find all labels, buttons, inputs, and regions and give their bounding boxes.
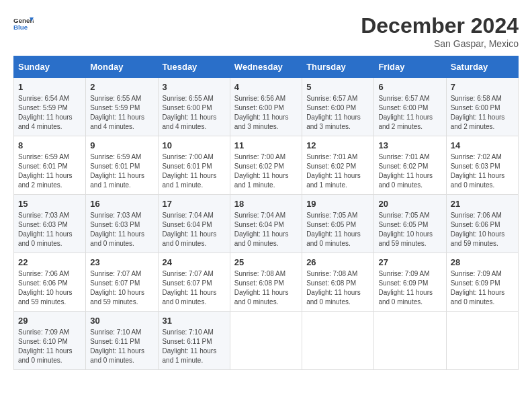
day-number: 10 — [163, 140, 226, 150]
day-number: 22 — [18, 257, 81, 267]
day-number: 4 — [234, 82, 298, 92]
day-info: Sunrise: 7:00 AMSunset: 6:02 PMDaylight:… — [234, 153, 289, 189]
day-info: Sunrise: 7:08 AMSunset: 6:08 PMDaylight:… — [306, 270, 361, 306]
day-info: Sunrise: 6:54 AMSunset: 5:59 PMDaylight:… — [18, 95, 73, 130]
day-info: Sunrise: 7:06 AMSunset: 6:06 PMDaylight:… — [18, 270, 73, 306]
empty-cell — [446, 312, 518, 370]
col-thursday: Thursday — [302, 56, 374, 78]
table-row: 23 Sunrise: 7:07 AMSunset: 6:07 PMDaylig… — [86, 253, 158, 312]
col-saturday: Saturday — [446, 56, 518, 78]
day-number: 24 — [163, 257, 226, 267]
day-info: Sunrise: 7:09 AMSunset: 6:09 PMDaylight:… — [378, 270, 433, 306]
empty-cell — [230, 312, 302, 370]
day-number: 21 — [451, 199, 514, 209]
table-row: 24 Sunrise: 7:07 AMSunset: 6:07 PMDaylig… — [158, 253, 230, 312]
day-number: 1 — [18, 82, 81, 92]
day-number: 8 — [18, 140, 81, 150]
calendar-table: Sunday Monday Tuesday Wednesday Thursday… — [13, 56, 519, 370]
day-number: 11 — [234, 140, 298, 150]
day-number: 18 — [234, 199, 298, 209]
table-row: 3 Sunrise: 6:55 AMSunset: 6:00 PMDayligh… — [158, 78, 230, 136]
day-number: 3 — [163, 82, 226, 92]
table-row: 14 Sunrise: 7:02 AMSunset: 6:03 PMDaylig… — [446, 136, 518, 195]
table-row: 26 Sunrise: 7:08 AMSunset: 6:08 PMDaylig… — [302, 253, 374, 312]
day-info: Sunrise: 7:04 AMSunset: 6:04 PMDaylight:… — [163, 212, 217, 247]
day-info: Sunrise: 7:05 AMSunset: 6:05 PMDaylight:… — [378, 212, 433, 247]
day-number: 13 — [378, 140, 441, 150]
day-info: Sunrise: 7:10 AMSunset: 6:11 PMDaylight:… — [90, 328, 144, 364]
col-tuesday: Tuesday — [158, 56, 230, 78]
page-header: General Blue December 2024 San Gaspar, M… — [13, 13, 519, 49]
day-number: 15 — [18, 199, 81, 209]
calendar-week-row: 1 Sunrise: 6:54 AMSunset: 5:59 PMDayligh… — [14, 78, 519, 136]
table-row: 30 Sunrise: 7:10 AMSunset: 6:11 PMDaylig… — [86, 312, 158, 370]
day-number: 14 — [451, 140, 514, 150]
day-info: Sunrise: 7:03 AMSunset: 6:03 PMDaylight:… — [18, 212, 73, 247]
day-number: 28 — [451, 257, 514, 267]
table-row: 12 Sunrise: 7:01 AMSunset: 6:02 PMDaylig… — [302, 136, 374, 195]
table-row: 16 Sunrise: 7:03 AMSunset: 6:03 PMDaylig… — [86, 195, 158, 253]
svg-text:Blue: Blue — [13, 24, 28, 31]
logo-icon: General Blue — [13, 13, 34, 34]
day-info: Sunrise: 6:57 AMSunset: 6:00 PMDaylight:… — [378, 95, 433, 130]
day-info: Sunrise: 7:07 AMSunset: 6:07 PMDaylight:… — [90, 270, 144, 306]
calendar-week-row: 29 Sunrise: 7:09 AMSunset: 6:10 PMDaylig… — [14, 312, 519, 370]
table-row: 7 Sunrise: 6:58 AMSunset: 6:00 PMDayligh… — [446, 78, 518, 136]
col-wednesday: Wednesday — [230, 56, 302, 78]
day-info: Sunrise: 7:10 AMSunset: 6:11 PMDaylight:… — [163, 328, 217, 364]
table-row: 29 Sunrise: 7:09 AMSunset: 6:10 PMDaylig… — [14, 312, 86, 370]
table-row: 4 Sunrise: 6:56 AMSunset: 6:00 PMDayligh… — [230, 78, 302, 136]
day-number: 26 — [306, 257, 369, 267]
month-title: December 2024 — [361, 13, 519, 38]
day-info: Sunrise: 6:55 AMSunset: 5:59 PMDaylight:… — [90, 95, 144, 130]
day-info: Sunrise: 7:04 AMSunset: 6:04 PMDaylight:… — [234, 212, 289, 247]
empty-cell — [302, 312, 374, 370]
day-number: 12 — [306, 140, 369, 150]
day-number: 2 — [90, 82, 153, 92]
day-info: Sunrise: 6:59 AMSunset: 6:01 PMDaylight:… — [90, 153, 144, 189]
day-number: 30 — [90, 316, 153, 326]
day-number: 7 — [451, 82, 514, 92]
day-info: Sunrise: 6:58 AMSunset: 6:00 PMDaylight:… — [451, 95, 505, 130]
title-block: December 2024 San Gaspar, Mexico — [361, 13, 519, 49]
day-number: 16 — [90, 199, 153, 209]
day-number: 9 — [90, 140, 153, 150]
calendar-week-row: 15 Sunrise: 7:03 AMSunset: 6:03 PMDaylig… — [14, 195, 519, 253]
table-row: 31 Sunrise: 7:10 AMSunset: 6:11 PMDaylig… — [158, 312, 230, 370]
table-row: 27 Sunrise: 7:09 AMSunset: 6:09 PMDaylig… — [374, 253, 446, 312]
day-info: Sunrise: 7:01 AMSunset: 6:02 PMDaylight:… — [306, 153, 361, 189]
table-row: 13 Sunrise: 7:01 AMSunset: 6:02 PMDaylig… — [374, 136, 446, 195]
table-row: 25 Sunrise: 7:08 AMSunset: 6:08 PMDaylig… — [230, 253, 302, 312]
table-row: 11 Sunrise: 7:00 AMSunset: 6:02 PMDaylig… — [230, 136, 302, 195]
day-info: Sunrise: 7:09 AMSunset: 6:09 PMDaylight:… — [451, 270, 505, 306]
day-info: Sunrise: 7:09 AMSunset: 6:10 PMDaylight:… — [18, 328, 73, 364]
day-info: Sunrise: 6:55 AMSunset: 6:00 PMDaylight:… — [163, 95, 217, 130]
col-sunday: Sunday — [14, 56, 86, 78]
header-row: Sunday Monday Tuesday Wednesday Thursday… — [14, 56, 519, 78]
location: San Gaspar, Mexico — [361, 38, 519, 49]
day-number: 23 — [90, 257, 153, 267]
table-row: 15 Sunrise: 7:03 AMSunset: 6:03 PMDaylig… — [14, 195, 86, 253]
day-number: 25 — [234, 257, 298, 267]
day-info: Sunrise: 7:01 AMSunset: 6:02 PMDaylight:… — [378, 153, 433, 189]
day-number: 20 — [378, 199, 441, 209]
day-info: Sunrise: 7:07 AMSunset: 6:07 PMDaylight:… — [163, 270, 217, 306]
table-row: 21 Sunrise: 7:06 AMSunset: 6:06 PMDaylig… — [446, 195, 518, 253]
table-row: 28 Sunrise: 7:09 AMSunset: 6:09 PMDaylig… — [446, 253, 518, 312]
table-row: 9 Sunrise: 6:59 AMSunset: 6:01 PMDayligh… — [86, 136, 158, 195]
day-info: Sunrise: 7:02 AMSunset: 6:03 PMDaylight:… — [451, 153, 505, 189]
table-row: 2 Sunrise: 6:55 AMSunset: 5:59 PMDayligh… — [86, 78, 158, 136]
calendar-week-row: 22 Sunrise: 7:06 AMSunset: 6:06 PMDaylig… — [14, 253, 519, 312]
day-number: 5 — [306, 82, 369, 92]
day-info: Sunrise: 6:59 AMSunset: 6:01 PMDaylight:… — [18, 153, 73, 189]
table-row: 20 Sunrise: 7:05 AMSunset: 6:05 PMDaylig… — [374, 195, 446, 253]
day-number: 17 — [163, 199, 226, 209]
day-number: 19 — [306, 199, 369, 209]
col-friday: Friday — [374, 56, 446, 78]
logo: General Blue — [13, 13, 34, 34]
day-number: 6 — [378, 82, 441, 92]
table-row: 8 Sunrise: 6:59 AMSunset: 6:01 PMDayligh… — [14, 136, 86, 195]
table-row: 22 Sunrise: 7:06 AMSunset: 6:06 PMDaylig… — [14, 253, 86, 312]
empty-cell — [374, 312, 446, 370]
table-row: 6 Sunrise: 6:57 AMSunset: 6:00 PMDayligh… — [374, 78, 446, 136]
